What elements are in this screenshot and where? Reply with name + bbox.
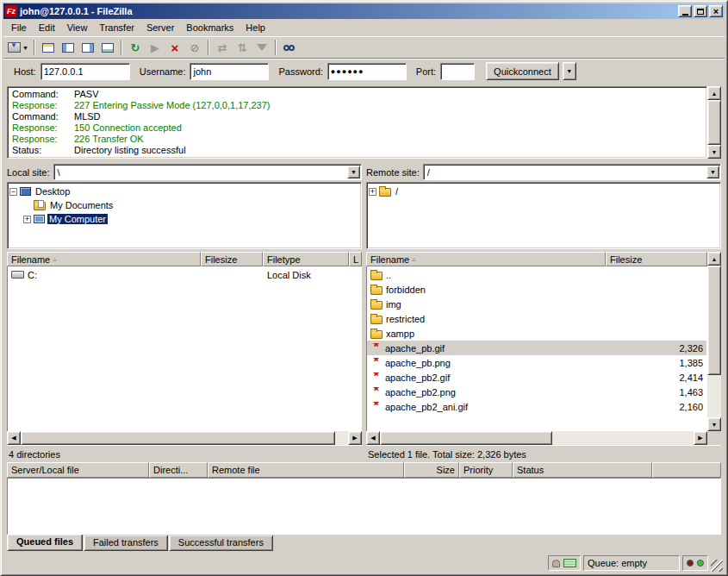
remote-pane: Remote site: / ▼ + / Filename▵ Filesize (366, 163, 721, 460)
tab-failed-transfers[interactable]: Failed transfers (84, 535, 168, 551)
quickconnect-dropdown-button[interactable]: ▼ (563, 62, 576, 80)
menu-bookmarks[interactable]: Bookmarks (180, 21, 240, 34)
local-site-label: Local site: (7, 167, 50, 178)
column-header-remote-file[interactable]: Remote file (208, 462, 404, 478)
remote-status-text: Selected 1 file. Total size: 2,326 bytes (366, 445, 721, 460)
process-queue-button[interactable]: ▶ (146, 38, 165, 57)
filezilla-logo-icon: Fz (5, 5, 17, 17)
password-input[interactable] (327, 63, 407, 80)
remote-site-combo[interactable]: / ▼ (423, 164, 721, 180)
username-input[interactable] (190, 63, 269, 80)
remote-site-label: Remote site: (366, 167, 420, 178)
expand-icon[interactable]: + (369, 188, 376, 196)
refresh-button[interactable]: ↻ (126, 38, 145, 57)
menu-edit[interactable]: Edit (33, 21, 61, 34)
column-header-filename[interactable]: Filename▵ (366, 252, 606, 266)
tab-successful-transfers[interactable]: Successful transfers (169, 535, 273, 551)
expand-icon[interactable]: + (23, 216, 31, 223)
scroll-left-icon[interactable]: ◀ (366, 431, 380, 445)
process-queue-icon: ▶ (151, 42, 159, 53)
local-hscrollbar[interactable]: ◀ ▶ (7, 431, 362, 445)
remote-vscrollbar[interactable]: ▲ ▼ (707, 252, 721, 431)
column-header-filesize[interactable]: Filesize (201, 252, 263, 266)
column-header-last-modified[interactable]: L (349, 252, 362, 266)
host-input[interactable] (40, 63, 130, 80)
filezilla-window: Fz john@127.0.0.1 - FileZilla × File Edi… (0, 0, 728, 576)
local-file-row[interactable]: C: Local Disk (8, 267, 361, 282)
remote-file-row[interactable]: forbidden (367, 282, 706, 297)
scroll-down-icon[interactable]: ▼ (707, 417, 721, 431)
site-manager-button[interactable]: ▼ (6, 38, 30, 57)
tree-item-my-documents[interactable]: My Documents (9, 198, 359, 212)
chevron-down-icon[interactable]: ▼ (347, 166, 360, 178)
column-header-filetype[interactable]: Filetype (263, 252, 349, 266)
directory-comparison-button[interactable]: ⇄ (213, 38, 232, 57)
filter-button[interactable] (252, 38, 271, 57)
remote-directory-tree: + / (366, 182, 721, 249)
collapse-icon[interactable]: − (9, 188, 17, 196)
remote-file-row[interactable]: restricted (367, 311, 706, 326)
quickconnect-button[interactable]: Quickconnect (486, 62, 559, 80)
chevron-down-icon[interactable]: ▼ (706, 166, 719, 178)
message-log-toggle-button[interactable] (39, 38, 58, 57)
tree-item-my-computer[interactable]: + My Computer (9, 212, 359, 226)
desktop-icon (20, 187, 31, 196)
scroll-up-icon[interactable]: ▲ (707, 252, 721, 266)
column-header-filename[interactable]: Filename▵ (7, 252, 201, 266)
scrollbar-thumb[interactable] (380, 431, 552, 445)
transfer-queue-toggle-button[interactable] (98, 38, 117, 57)
remote-file-row[interactable]: apache_pb2.png 1,463 (367, 385, 706, 399)
remote-file-row[interactable]: apache_pb2_ani.gif 2,160 (367, 399, 706, 414)
local-pane: Local site: \ ▼ − Desktop My Documents (7, 163, 362, 460)
tab-queued-files[interactable]: Queued files (7, 535, 83, 551)
sort-ascending-icon: ▵ (53, 255, 56, 263)
remote-file-row-selected[interactable]: apache_pb.gif 2,326 (367, 341, 706, 355)
column-header-server-local-file[interactable]: Server/Local file (7, 462, 149, 478)
minimize-button[interactable] (678, 5, 692, 17)
local-list-header: Filename▵ Filesize Filetype L (7, 252, 362, 266)
column-header-size[interactable]: Size (404, 462, 459, 478)
remote-file-row[interactable]: img (367, 297, 706, 311)
menu-server[interactable]: Server (140, 21, 180, 34)
local-site-combo[interactable]: \ ▼ (53, 164, 362, 180)
remote-file-row[interactable]: .. (367, 267, 706, 282)
log-scrollbar[interactable]: ▲ ▼ (707, 86, 721, 159)
tree-item-root[interactable]: + / (369, 185, 719, 198)
titlebar[interactable]: Fz john@127.0.0.1 - FileZilla × (3, 3, 725, 19)
remote-file-row[interactable]: xampp (367, 326, 706, 341)
resize-grip[interactable] (711, 560, 723, 572)
remote-hscrollbar[interactable]: ◀ ▶ (366, 431, 707, 445)
message-log: Command:PASV Response:227 Entering Passi… (7, 86, 707, 159)
scrollbar-thumb[interactable] (21, 431, 335, 445)
disconnect-button[interactable]: ⊘ (185, 38, 204, 57)
maximize-button[interactable] (694, 5, 707, 17)
cancel-button[interactable]: × (165, 38, 184, 57)
column-header-status[interactable]: Status (513, 462, 652, 478)
scroll-up-icon[interactable]: ▲ (707, 86, 721, 100)
remote-file-row[interactable]: apache_pb.png 1,385 (367, 355, 706, 370)
find-files-button[interactable] (280, 38, 299, 57)
port-input[interactable] (440, 63, 475, 80)
remote-file-row[interactable]: apache_pb2.gif 2,414 (367, 370, 706, 385)
close-button[interactable]: × (709, 5, 723, 17)
local-tree-toggle-button[interactable] (59, 38, 78, 57)
menu-view[interactable]: View (61, 21, 94, 34)
remote-tree-toggle-button[interactable] (78, 38, 97, 57)
statusbar: Queue: empty (3, 553, 725, 573)
scrollbar-thumb[interactable] (707, 266, 721, 375)
column-header-filesize[interactable]: Filesize (606, 252, 707, 266)
scroll-down-icon[interactable]: ▼ (707, 145, 721, 159)
remote-list-body: .. forbidden img restricted (366, 266, 707, 431)
synchronized-browsing-button[interactable]: ⇅ (233, 38, 252, 57)
scroll-right-icon[interactable]: ▶ (694, 431, 707, 445)
menu-file[interactable]: File (5, 21, 33, 34)
menu-transfer[interactable]: Transfer (93, 21, 140, 34)
column-header-direction[interactable]: Directi... (149, 462, 208, 478)
scroll-right-icon[interactable]: ▶ (348, 431, 362, 445)
transfer-queue-list[interactable] (7, 478, 721, 535)
scroll-left-icon[interactable]: ◀ (7, 431, 21, 445)
scrollbar-thumb[interactable] (707, 100, 721, 145)
column-header-priority[interactable]: Priority (459, 462, 513, 478)
menu-help[interactable]: Help (240, 21, 271, 34)
tree-item-desktop[interactable]: − Desktop (9, 185, 359, 198)
